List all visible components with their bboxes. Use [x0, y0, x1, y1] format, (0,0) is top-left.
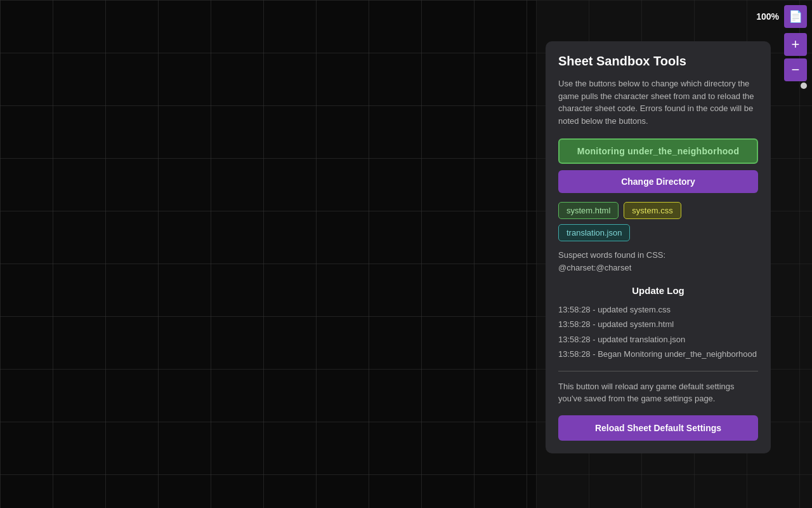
update-log-title: Update Log	[558, 285, 758, 296]
file-button[interactable]: 📄	[784, 5, 807, 28]
scroll-indicator	[801, 83, 807, 89]
file-badges: system.html system.css translation.json	[558, 202, 758, 241]
file-icon: 📄	[789, 10, 802, 23]
badge-system-css[interactable]: system.css	[624, 202, 681, 219]
log-entry-4: 13:58:28 - Began Monitoring under_the_ne…	[558, 347, 758, 361]
panel-title: Sheet Sandbox Tools	[558, 54, 758, 69]
divider	[558, 371, 758, 371]
plus-icon: +	[792, 36, 800, 53]
update-log-entries: 13:58:28 - updated system.css 13:58:28 -…	[558, 302, 758, 362]
change-directory-button[interactable]: Change Directory	[558, 170, 758, 193]
sheet-sandbox-panel: Sheet Sandbox Tools Use the buttons belo…	[546, 41, 771, 453]
badge-system-html[interactable]: system.html	[558, 202, 619, 219]
log-entry-2: 13:58:28 - updated system.html	[558, 317, 758, 331]
suspect-words-value: @charset:@charset	[558, 263, 631, 272]
monitoring-button[interactable]: Monitoring under_the_neighborhood	[558, 138, 758, 164]
log-entry-1: 13:58:28 - updated system.css	[558, 302, 758, 317]
suspect-words-label: Suspect words found in CSS:	[558, 250, 665, 260]
log-entry-3: 13:58:28 - updated translation.json	[558, 332, 758, 347]
zoom-in-button[interactable]: +	[784, 33, 807, 56]
reload-description: This button will reload any game default…	[558, 380, 758, 405]
suspect-words: Suspect words found in CSS: @charset:@ch…	[558, 249, 758, 274]
badge-translation-json[interactable]: translation.json	[558, 224, 630, 241]
reload-sheet-default-button[interactable]: Reload Sheet Default Settings	[558, 415, 758, 441]
zoom-label: 100%	[756, 11, 779, 22]
panel-description: Use the buttons below to change which di…	[558, 77, 758, 127]
zoom-out-button[interactable]: −	[784, 58, 807, 81]
minus-icon: −	[792, 62, 800, 78]
grid-background	[0, 0, 536, 508]
